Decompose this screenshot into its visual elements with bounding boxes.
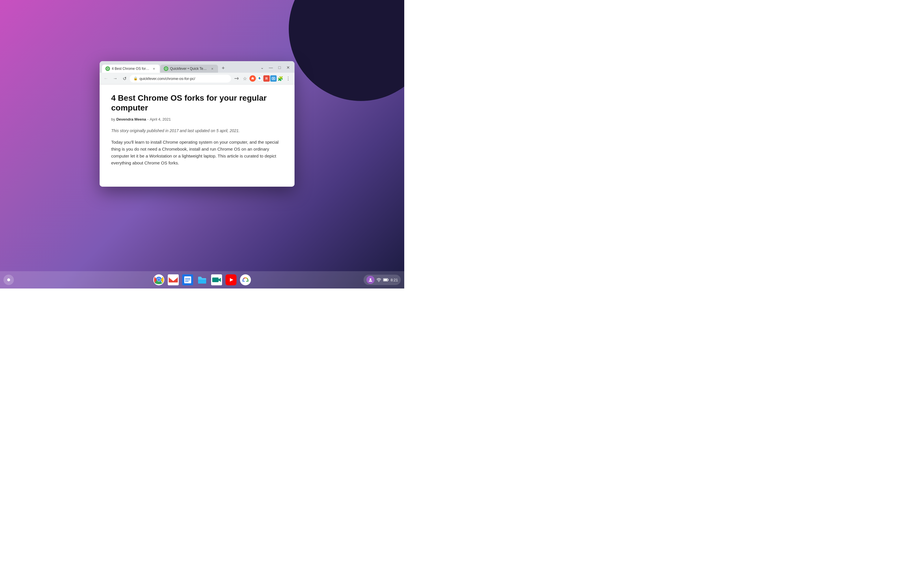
taskbar-left	[3, 275, 14, 285]
svg-rect-16	[185, 280, 190, 280]
maximize-button[interactable]: □	[275, 63, 284, 71]
refresh-button[interactable]: ↺	[120, 74, 129, 82]
svg-point-24	[370, 279, 372, 280]
taskbar-files[interactable]	[196, 274, 208, 286]
article-meta: by Devendra Meena - April 4, 2021	[111, 117, 283, 121]
minimize-button[interactable]: —	[267, 63, 275, 71]
svg-point-1	[107, 68, 108, 69]
security-icon: 🔒	[133, 76, 138, 81]
wifi-icon	[376, 277, 381, 282]
tab-title-2: Quickfever • Quick Tech Tutorials	[170, 67, 208, 71]
tab-active[interactable]: 4 Best Chrome OS forks for you... ✕	[102, 64, 160, 73]
svg-point-23	[246, 281, 247, 282]
meta-separator: -	[147, 117, 149, 121]
svg-point-10	[157, 279, 160, 281]
url-text: quickfever.com/chrome-os-for-pc/	[139, 76, 227, 81]
new-tab-button[interactable]: +	[219, 64, 227, 72]
back-button[interactable]: ←	[102, 74, 110, 82]
share-button[interactable]	[232, 74, 240, 82]
taskbar-gmail[interactable]	[167, 274, 179, 286]
tab-bar: 4 Best Chrome OS forks for you... ✕ Quic…	[100, 61, 294, 73]
tab-inactive[interactable]: Quickfever • Quick Tech Tutorials ✕	[160, 64, 218, 73]
tab-close-2[interactable]: ✕	[210, 66, 215, 71]
launcher-button[interactable]	[3, 275, 14, 285]
svg-point-6	[273, 78, 274, 79]
toolbar-actions: ☆ R	[232, 74, 292, 82]
system-tray[interactable]: 8:21	[363, 275, 401, 285]
author-prefix: by	[111, 117, 115, 121]
screenshot-extension-icon[interactable]	[270, 75, 276, 82]
tab-close-1[interactable]: ✕	[152, 66, 156, 71]
page-content: 4 Best Chrome OS forks for your regular …	[100, 85, 294, 187]
browser-window: 4 Best Chrome OS forks for you... ✕ Quic…	[100, 61, 294, 187]
google-extension-icon[interactable]	[257, 75, 263, 82]
taskbar-meet[interactable]	[210, 274, 223, 286]
taskbar-youtube[interactable]	[225, 274, 237, 286]
svg-point-25	[378, 282, 379, 282]
svg-point-21	[240, 274, 251, 285]
menu-button[interactable]: ⋮	[284, 74, 292, 82]
taskbar-docs[interactable]	[182, 274, 194, 286]
puzzle-extension-icon[interactable]: 🧩	[277, 75, 284, 82]
svg-rect-19	[212, 277, 218, 282]
launcher-icon	[7, 279, 10, 281]
tab-title-1: 4 Best Chrome OS forks for you...	[112, 67, 150, 71]
tab-favicon-1	[105, 66, 110, 71]
forward-button[interactable]: →	[111, 74, 119, 82]
article-date: April 4, 2021	[150, 117, 171, 121]
user-avatar	[367, 276, 375, 284]
brave-extension-icon[interactable]	[249, 75, 256, 82]
article-author: Devendra Meena	[116, 117, 146, 121]
article-body: Today you'll learn to install Chrome ope…	[111, 139, 283, 166]
tab-list-button[interactable]: ⌄	[258, 63, 266, 71]
taskbar-chrome[interactable]	[153, 274, 165, 286]
close-button[interactable]: ✕	[284, 63, 292, 71]
svg-rect-15	[185, 278, 190, 279]
svg-point-3	[165, 68, 167, 69]
article-note: This story originally published in 2017 …	[111, 128, 283, 133]
bookmark-button[interactable]: ☆	[241, 74, 249, 82]
window-controls: ⌄ — □ ✕	[258, 63, 292, 73]
article-title: 4 Best Chrome OS forks for your regular …	[111, 93, 283, 113]
svg-rect-27	[384, 279, 387, 281]
taskbar-assistant[interactable]	[239, 274, 252, 286]
readwise-extension-icon[interactable]: R	[263, 75, 270, 82]
browser-toolbar: ← → ↺ 🔒 quickfever.com/chrome-os-for-pc/…	[100, 73, 294, 85]
taskbar-center	[153, 274, 252, 286]
svg-rect-17	[185, 281, 189, 282]
address-bar[interactable]: 🔒 quickfever.com/chrome-os-for-pc/	[130, 75, 231, 82]
tab-favicon-2	[164, 66, 168, 71]
battery-icon	[383, 278, 389, 282]
taskbar: 8:21	[0, 271, 404, 288]
desktop: 4 Best Chrome OS forks for you... ✕ Quic…	[0, 0, 404, 288]
system-time: 8:21	[391, 278, 398, 282]
svg-point-22	[244, 281, 245, 282]
taskbar-right: 8:21	[363, 275, 401, 285]
